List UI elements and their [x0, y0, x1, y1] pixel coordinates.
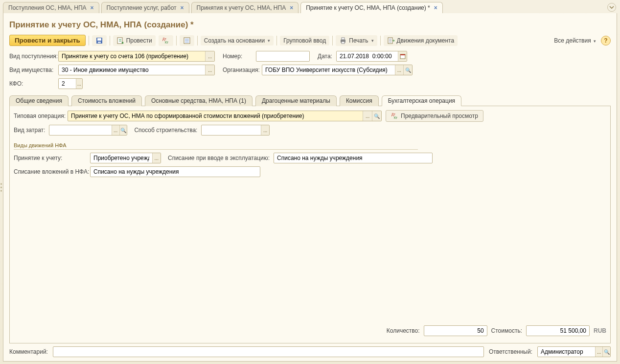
create-based-on-button[interactable]: Создать на основании▾ — [201, 36, 274, 46]
date-input[interactable] — [337, 51, 398, 61]
kfo-field[interactable]: ... — [58, 78, 83, 89]
preview-button[interactable]: ДтКт Предварительный просмотр — [386, 110, 483, 122]
side-grip[interactable] — [0, 183, 2, 191]
main-tab-label: Принятие к учету ОС, НМА, НПА (создание)… — [306, 4, 430, 11]
spisanie-vvod-field[interactable] — [274, 153, 433, 163]
spisanie-vlozh-input[interactable] — [91, 167, 260, 177]
close-icon[interactable]: × — [181, 4, 184, 11]
tab-os-nma[interactable]: Основные средства, НМА, НПА (1) — [145, 95, 253, 106]
vid-post-field[interactable]: ... — [58, 51, 215, 62]
doc-moves-icon — [387, 37, 395, 45]
svg-rect-3 — [117, 38, 122, 44]
print-label: Печать — [349, 37, 368, 44]
toolbar: Провести и закрыть Провести ДтКт Создать… — [9, 35, 611, 46]
spisanie-vvod-input[interactable] — [274, 153, 432, 163]
comment-field[interactable] — [53, 346, 484, 357]
separator — [176, 36, 177, 46]
org-field[interactable]: ... 🔍 — [262, 65, 413, 75]
list-button[interactable] — [180, 35, 194, 46]
select-button[interactable]: ... — [595, 347, 603, 357]
vid-imush-field[interactable]: ... — [58, 65, 215, 75]
kfo-input[interactable] — [59, 79, 76, 89]
svg-rect-9 — [342, 42, 344, 44]
post-button[interactable]: Провести — [113, 35, 156, 46]
search-icon[interactable]: 🔍 — [602, 347, 610, 357]
date-field[interactable] — [336, 51, 407, 62]
separator — [332, 36, 333, 46]
separator — [276, 36, 277, 46]
qty-label: Количество: — [387, 327, 420, 334]
sum-field[interactable] — [526, 325, 590, 336]
main-tab-0[interactable]: Поступления ОС, НМА, НПА × — [3, 2, 99, 13]
close-icon[interactable]: × — [290, 4, 293, 11]
close-icon[interactable]: × — [91, 4, 94, 11]
page-title: Принятие к учету ОС, НМА, НПА (создание)… — [9, 20, 611, 30]
org-input[interactable] — [262, 65, 395, 75]
save-icon — [95, 37, 103, 45]
resp-input[interactable] — [538, 347, 595, 357]
spisanie-vlozh-field[interactable] — [90, 166, 260, 177]
close-icon[interactable]: × — [434, 4, 437, 11]
main-tab-1[interactable]: Поступление услуг, работ × — [101, 2, 189, 13]
sposob-input[interactable] — [202, 125, 261, 135]
list-icon — [183, 37, 191, 45]
comment-input[interactable] — [53, 347, 483, 357]
tab-accounting[interactable]: Бухгалтерская операция — [382, 95, 461, 106]
select-button[interactable]: ... — [152, 153, 161, 163]
main-tab-3[interactable]: Принятие к учету ОС, НМА, НПА (создание)… — [300, 2, 443, 13]
resp-field[interactable]: ... 🔍 — [537, 346, 611, 357]
vid-imush-input[interactable] — [59, 65, 205, 75]
sposob-field[interactable]: ... — [201, 125, 270, 136]
vid-zatrat-input[interactable] — [49, 125, 111, 135]
prinyatie-input[interactable] — [91, 153, 152, 163]
vid-zatrat-field[interactable]: ... 🔍 — [49, 125, 127, 136]
tab-precious[interactable]: Драгоценные материалы — [255, 95, 337, 106]
select-button[interactable]: ... — [76, 79, 82, 89]
search-icon[interactable]: 🔍 — [372, 111, 381, 121]
main-tab-label: Поступления ОС, НМА, НПА — [8, 4, 87, 11]
group-input-button[interactable]: Групповой ввод — [280, 36, 329, 46]
calendar-icon[interactable] — [398, 51, 406, 61]
comment-label: Комментарий: — [9, 348, 48, 355]
inner-tabs: Общие сведения Стоимость вложений Основн… — [9, 95, 611, 106]
select-button[interactable]: ... — [363, 111, 372, 121]
save-button[interactable] — [92, 35, 107, 46]
number-field[interactable] — [256, 51, 310, 62]
select-button[interactable]: ... — [261, 125, 269, 135]
number-input[interactable] — [256, 51, 309, 61]
separator — [380, 36, 381, 46]
doc-moves-button[interactable]: Движения документа — [384, 35, 458, 46]
preview-label: Предварительный просмотр — [401, 113, 478, 119]
doc-moves-label: Движения документа — [397, 37, 455, 44]
tab-general[interactable]: Общие сведения — [9, 95, 69, 106]
typop-field[interactable]: ... 🔍 — [68, 111, 382, 121]
vid-post-label: Вид поступления: — [9, 53, 54, 60]
all-actions-button[interactable]: Все действия ▾ — [552, 36, 598, 45]
svg-rect-1 — [97, 38, 101, 41]
main-tab-label: Принятия к учету ОС, НМА, НПА — [197, 4, 286, 11]
number-label: Номер: — [223, 53, 252, 60]
tab-commission[interactable]: Комиссия — [340, 95, 379, 106]
typop-input[interactable] — [68, 111, 363, 121]
dt-kt-button[interactable]: ДтКт — [159, 35, 173, 46]
vid-post-input[interactable] — [59, 51, 205, 61]
main-tab-2[interactable]: Принятия к учету ОС, НМА, НПА × — [191, 2, 299, 13]
search-icon[interactable]: 🔍 — [119, 125, 127, 135]
qty-input[interactable] — [424, 326, 487, 336]
select-button[interactable]: ... — [205, 51, 214, 61]
select-button[interactable]: ... — [112, 125, 119, 135]
expand-panel-button[interactable] — [607, 3, 616, 12]
select-button[interactable]: ... — [205, 65, 214, 75]
sum-input[interactable] — [527, 326, 589, 336]
prinyatie-field[interactable]: ... — [90, 153, 161, 163]
search-icon[interactable]: 🔍 — [403, 65, 412, 75]
tab-cost[interactable]: Стоимость вложений — [71, 95, 142, 106]
qty-field[interactable] — [424, 325, 487, 336]
print-button[interactable]: Печать▾ — [336, 35, 377, 46]
help-button[interactable]: ? — [601, 36, 611, 46]
main-tabbar: Поступления ОС, НМА, НПА × Поступление у… — [0, 0, 620, 13]
currency-label: RUB — [594, 327, 606, 334]
svg-text:Кт: Кт — [165, 41, 169, 44]
post-and-close-button[interactable]: Провести и закрыть — [9, 35, 86, 46]
select-button[interactable]: ... — [395, 65, 404, 75]
